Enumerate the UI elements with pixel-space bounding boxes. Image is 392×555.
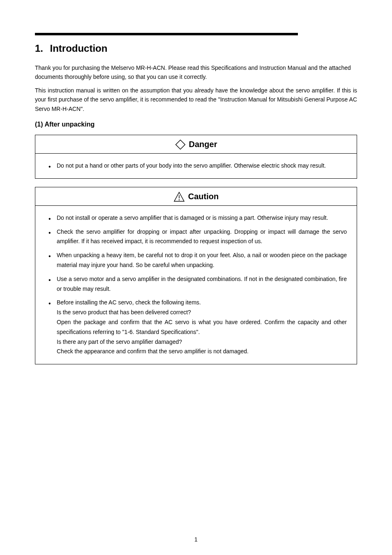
caution-header-label: Caution: [188, 192, 219, 201]
caution-header: Caution: [35, 187, 357, 206]
svg-point-3: [179, 199, 180, 200]
danger-body: Do not put a hand or other parts of your…: [35, 154, 357, 178]
danger-item: Do not put a hand or other parts of your…: [45, 161, 347, 171]
page-number: 1: [0, 536, 392, 543]
caution-item: Before installing the AC servo, check th…: [45, 298, 347, 357]
caution-item: Check the servo amplifier for dropping o…: [45, 227, 347, 247]
caution-item: Do not install or operate a servo amplif…: [45, 213, 347, 223]
caution-box: Caution Do not install or operate a serv…: [35, 187, 357, 364]
section-number: 1.: [35, 43, 43, 54]
diamond-icon: [175, 139, 186, 150]
danger-box: Danger Do not put a hand or other parts …: [35, 135, 357, 179]
section-heading: 1. Introduction: [35, 43, 357, 54]
intro-paragraph-1: Thank you for purchasing the Melservo MR…: [35, 63, 357, 82]
caution-item: When unpacking a heavy item, be careful …: [45, 251, 347, 270]
section-title: Introduction: [50, 43, 107, 54]
danger-header-label: Danger: [189, 140, 217, 149]
danger-header: Danger: [35, 135, 357, 154]
caution-body: Do not install or operate a servo amplif…: [35, 206, 357, 364]
header-rule: [35, 33, 298, 35]
caution-item: Use a servo motor and a servo amplifier …: [45, 274, 347, 294]
triangle-icon: [173, 191, 185, 202]
svg-rect-0: [175, 140, 185, 150]
intro-paragraph-2: This instruction manual is written on th…: [35, 86, 357, 113]
subsection-heading: (1) After unpacking: [35, 121, 357, 128]
